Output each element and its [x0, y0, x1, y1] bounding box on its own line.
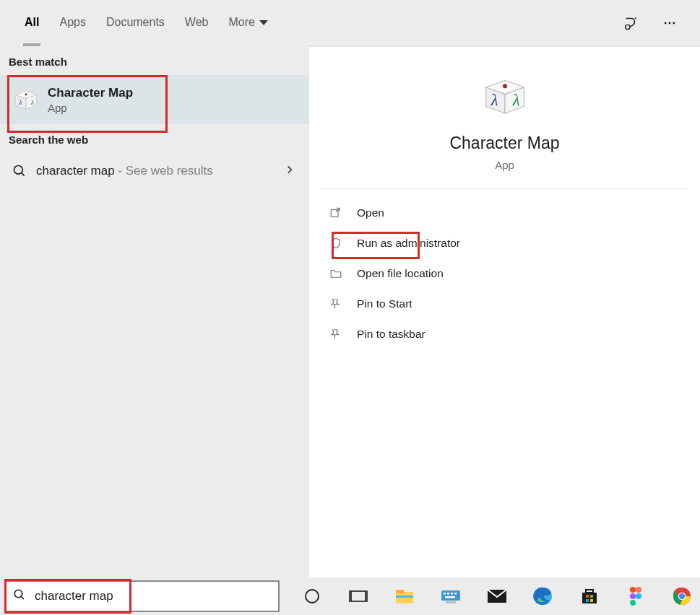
detail-divider [321, 188, 688, 189]
web-suffix: - See web results [115, 164, 213, 178]
pin-icon [328, 296, 344, 312]
chevron-down-icon [259, 20, 268, 25]
best-match-title: Character Map [48, 86, 133, 100]
svg-rect-33 [582, 593, 597, 603]
filter-tabs: All Apps Documents Web More [16, 0, 274, 46]
tab-web[interactable]: Web [176, 0, 217, 46]
chevron-right-icon [285, 165, 295, 178]
main-split: Best match λ λ Character Map App Search … [0, 46, 700, 577]
web-result-row[interactable]: character map - See web results [0, 153, 309, 189]
svg-point-42 [636, 593, 641, 599]
taskbar-cortana[interactable] [294, 580, 330, 612]
taskbar-mail[interactable] [479, 580, 515, 612]
search-input[interactable] [35, 589, 271, 603]
results-pane: Best match λ λ Character Map App Search … [0, 46, 309, 577]
tab-more-label: More [228, 16, 254, 29]
action-open-loc-label: Open file location [357, 267, 444, 280]
taskbar-figma[interactable] [618, 580, 654, 612]
best-match-label: Best match [0, 46, 309, 75]
svg-point-18 [14, 590, 22, 598]
svg-rect-34 [586, 590, 593, 593]
action-run-admin-label: Run as administrator [357, 237, 460, 250]
search-the-web-label: Search the web [0, 124, 309, 153]
svg-point-43 [630, 600, 636, 606]
taskbar-search-box[interactable] [4, 580, 280, 612]
svg-point-0 [626, 25, 630, 29]
action-pin-start-label: Pin to Start [357, 297, 412, 310]
svg-text:λ: λ [511, 91, 519, 109]
detail-subtitle: App [495, 159, 514, 171]
feedback-icon[interactable] [616, 9, 645, 38]
search-icon [13, 588, 26, 604]
svg-rect-29 [445, 596, 455, 598]
svg-point-1 [665, 22, 667, 25]
svg-rect-40 [636, 587, 641, 593]
svg-text:λ: λ [18, 98, 22, 106]
svg-point-47 [679, 593, 685, 599]
best-match-result[interactable]: λ λ Character Map App [0, 75, 309, 124]
web-result-text: character map - See web results [36, 164, 285, 178]
app-icon-charmap-large: λ λ [479, 74, 531, 118]
svg-rect-27 [451, 593, 453, 595]
search-icon [10, 162, 29, 180]
folder-icon [328, 266, 344, 282]
header-actions [616, 9, 691, 38]
tab-documents[interactable]: Documents [98, 0, 173, 46]
taskbar-icons [288, 577, 700, 615]
svg-rect-36 [590, 595, 593, 598]
svg-point-9 [25, 93, 27, 95]
taskbar-edge[interactable] [525, 580, 561, 612]
svg-rect-38 [590, 599, 593, 602]
svg-text:λ: λ [30, 98, 35, 106]
taskbar [0, 577, 700, 615]
action-pin-taskbar[interactable]: Pin to taskbar [309, 319, 700, 349]
web-query: character map [36, 164, 115, 178]
svg-rect-23 [396, 596, 413, 598]
svg-text:λ: λ [490, 91, 498, 109]
svg-rect-25 [444, 593, 446, 595]
svg-rect-30 [446, 601, 456, 603]
svg-rect-24 [441, 590, 460, 601]
detail-actions: Open Run as administrator Open file loca… [309, 198, 700, 349]
svg-rect-22 [396, 590, 404, 593]
svg-rect-28 [454, 593, 457, 595]
taskbar-chrome[interactable] [664, 580, 700, 612]
taskbar-task-view[interactable] [340, 580, 376, 612]
detail-hero: λ λ Character Map App [309, 47, 700, 188]
action-open[interactable]: Open [309, 198, 700, 228]
tab-more[interactable]: More [220, 0, 273, 46]
best-match-subtitle: App [48, 102, 133, 114]
start-header: All Apps Documents Web More [0, 0, 700, 46]
action-run-as-admin[interactable]: Run as administrator [309, 228, 700, 258]
shield-icon [328, 235, 344, 251]
svg-rect-35 [586, 595, 589, 598]
action-open-label: Open [357, 206, 384, 219]
open-icon [328, 205, 344, 221]
svg-rect-20 [351, 591, 366, 601]
action-open-file-location[interactable]: Open file location [309, 258, 700, 289]
taskbar-onscreen-keyboard[interactable] [433, 580, 469, 612]
taskbar-file-explorer[interactable] [386, 580, 423, 612]
app-icon-charmap: λ λ [12, 85, 40, 114]
svg-point-10 [14, 166, 23, 175]
taskbar-microsoft-store[interactable] [571, 580, 608, 612]
detail-pane: λ λ Character Map App Open [309, 46, 700, 577]
tab-apps[interactable]: Apps [51, 0, 94, 46]
svg-point-16 [503, 84, 507, 88]
svg-point-3 [673, 22, 675, 25]
best-match-text: Character Map App [48, 86, 133, 114]
detail-title: Character Map [449, 134, 559, 153]
svg-rect-37 [586, 599, 589, 602]
pin-icon [328, 326, 344, 342]
svg-rect-26 [447, 593, 449, 595]
svg-point-2 [669, 22, 671, 25]
action-pin-start[interactable]: Pin to Start [309, 289, 700, 319]
more-options-icon[interactable] [655, 9, 684, 38]
svg-point-19 [306, 590, 319, 603]
tab-all[interactable]: All [16, 0, 48, 46]
action-pin-taskbar-label: Pin to taskbar [357, 328, 425, 341]
